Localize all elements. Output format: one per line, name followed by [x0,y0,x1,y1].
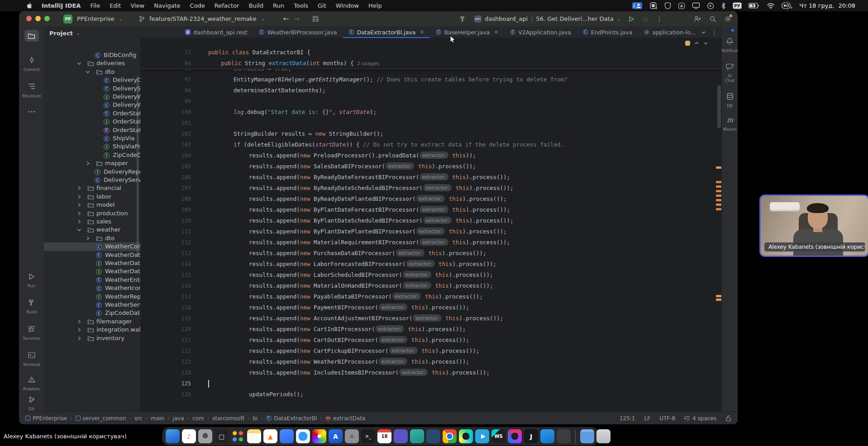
tool-strip-item-ai-chat[interactable]: AI Chat [722,61,738,83]
tree-item-WeatherEntity[interactable]: CWeatherEntity [44,276,140,285]
inspections-widget[interactable] [685,41,708,46]
code-line-100[interactable]: 100log.debug("Start date is: {}", startD… [140,107,722,118]
search-everywhere-icon[interactable] [709,15,716,23]
status-lock-toggle[interactable] [725,415,731,422]
tree-chevron-icon[interactable] [77,219,81,224]
status-indent-config[interactable]: 4 spaces [684,415,716,422]
tab-options-kebab-icon[interactable]: ⋮ [711,29,717,36]
error-stripe-mark[interactable] [716,299,721,301]
code-line-120[interactable]: 120results.append(new CartInBIProcessor(… [140,324,722,335]
minimize-window-button[interactable] [35,16,41,21]
tree-chevron-icon[interactable] [77,61,81,66]
save-icon[interactable] [312,15,319,22]
tree-item-ZipCodeDateProjectio[interactable]: IZipCodeDateProjectio [44,151,140,160]
shield-icon[interactable] [664,2,671,9]
tree-item-DeliveryWithOrdersPro[interactable]: IDeliveryWithOrdersPro [44,93,140,101]
code-line-106[interactable]: 106results.append(new ByReadyDateForecas… [140,172,722,183]
tool-strip-item-git[interactable]: Git [19,394,44,411]
code-line-101[interactable]: 101 [140,118,722,128]
project-panel-title[interactable]: Project [49,30,73,37]
dock-icon-app-store[interactable]: A [329,429,343,443]
status-encoding[interactable]: UTF-8 [659,415,675,422]
tree-item-labor[interactable]: labor [44,193,140,201]
dock-icon-calendar[interactable]: 18 [377,429,391,443]
menubar-date[interactable]: Чт 18 груд. [799,2,834,9]
code-line-111[interactable]: 111results.append(new ByPlantDatePlanted… [140,226,722,237]
code-line-112[interactable]: 112results.append(new MaterialRequiremen… [140,237,722,248]
breadcrumb-item-bi[interactable]: bi [253,415,258,422]
tool-strip-item-run[interactable]: Run [19,270,44,288]
tab-WeatherBIProcessor.java[interactable]: CWeatherBIProcessor.java [253,26,343,38]
tree-chevron-icon[interactable] [77,211,81,216]
code-line-110[interactable]: 110results.append(new ByPlantDateSchedul… [140,215,722,226]
status-caret-position[interactable]: 125:1 [620,415,635,422]
tab-application-lo...[interactable]: application-lo... [638,26,701,38]
code-line-97[interactable]: 97EntityManagerBIHelper.getEntityManager… [140,74,722,85]
tree-item-WeatherIconMapper[interactable]: CWeatherIconMapper [44,284,140,293]
tree-item-sales[interactable]: sales [44,218,140,226]
debug-button[interactable] [642,16,649,22]
tree-item-OrderStatus[interactable]: COrderStatus [44,109,140,118]
menu-app-name[interactable]: IntelliJ IDEA [42,2,81,9]
dock-icon-docker[interactable] [540,429,554,443]
error-stripe-mark[interactable] [716,208,721,210]
tree-item-financial[interactable]: financial [44,184,140,193]
capsule-app-icon[interactable] [678,2,685,9]
close-tab-icon[interactable]: ✕ [420,29,424,35]
tree-item-WeatherController[interactable]: CWeatherController [44,242,140,251]
tree-item-ZipCodeDatePair[interactable]: CZipCodeDatePair [44,309,140,318]
dock-icon-notes[interactable] [247,429,261,443]
tree-item-ShipVia[interactable]: CShipVia [44,134,140,143]
tree-item-DeliverySummary[interactable]: CDeliverySummary [44,85,140,93]
wifi-icon[interactable] [767,3,775,9]
code-line-126[interactable]: 126updatePeriods(); [140,389,722,400]
error-stripe-mark[interactable] [716,166,721,169]
status-line-separator[interactable]: LF [644,415,651,422]
tree-item-WeatherRepository[interactable]: IWeatherRepository [44,293,140,301]
close-window-button[interactable] [26,16,32,21]
tree-chevron-icon[interactable] [77,327,81,332]
breadcrumb-item-extractData[interactable]: mextractData [325,415,365,422]
menu-build[interactable]: Build [248,2,263,9]
tool-strip-item-more[interactable] [19,106,44,118]
branch-selector[interactable]: feature/STAR-2324_weather_remake [149,15,257,22]
tree-item-WeatherDataForCachePrc[interactable]: IWeatherDataForCachePrc [44,259,140,268]
tree-item-filemanager[interactable]: filemanager [44,318,140,326]
code-line-113[interactable]: 113results.append(new PurchaseDataBIProc… [140,248,722,259]
error-stripe-mark[interactable] [716,199,721,201]
code-line-98[interactable]: 98determineStartDate(months); [140,85,722,96]
code-line-108[interactable]: 108results.append(new ByReadyDatePlanted… [140,194,722,204]
build-hammer-icon[interactable] [459,15,467,23]
more-actions-button[interactable]: ⋮ [656,15,663,23]
menu-file[interactable]: File [90,2,100,9]
project-scrollbar[interactable] [137,76,138,257]
battery-icon[interactable] [749,3,760,9]
tool-strip-item-structure[interactable]: Structure [19,81,44,98]
breadcrumb-item-starcomsoft[interactable]: starcomsoft [212,415,244,422]
tree-item-weather[interactable]: weather [44,226,140,234]
play-circle-icon[interactable] [707,2,714,9]
tree-item-mapper[interactable]: mapper [44,159,140,168]
maximize-window-button[interactable] [44,16,50,21]
tree-chevron-icon[interactable] [86,236,90,241]
tool-strip-item-services[interactable]: Services [19,323,44,341]
dock-icon-folder[interactable] [580,429,594,443]
breadcrumb-item-DataExtractorBI[interactable]: CDataExtractorBI [266,415,317,422]
dock-icon-app-j[interactable]: J [524,429,538,443]
dock-icon-trash[interactable] [596,429,610,443]
dock-icon-intellij-idea[interactable] [508,429,522,443]
menu-code[interactable]: Code [190,2,205,9]
tool-strip-item-build[interactable]: Build [19,297,44,314]
hidden-tabs-chevron-icon[interactable] [701,30,706,35]
menu-help[interactable]: Help [368,2,382,9]
code-with-me-icon[interactable] [694,15,701,22]
error-stripe-mark[interactable] [716,190,721,192]
app-dot-icon[interactable] [649,2,658,9]
tool-strip-item-database[interactable]: DB [722,90,738,108]
tree-item-dto[interactable]: dto [44,68,140,76]
tab-V2Application.java[interactable]: CV2Application.java [504,26,577,38]
code-line-105[interactable]: 105results.append(new SalesDataBIProcess… [140,161,722,172]
prev-problem-chevron-icon[interactable] [694,41,699,46]
tree-item-DeliveryWithWeatherPr[interactable]: CDeliveryWithWeatherPr [44,101,140,109]
menu-view[interactable]: View [130,2,144,9]
